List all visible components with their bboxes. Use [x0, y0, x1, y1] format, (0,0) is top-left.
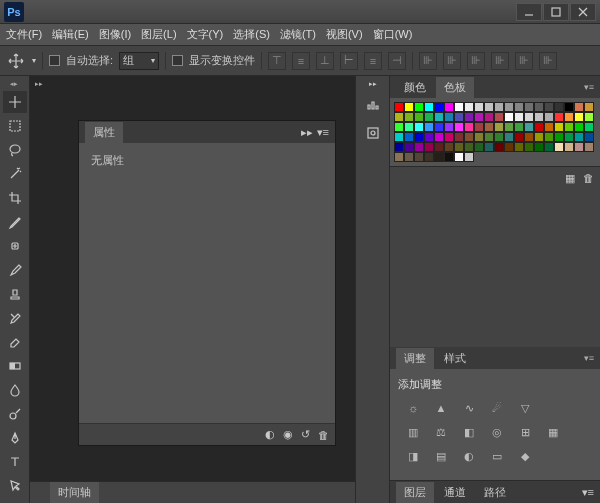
- swatch[interactable]: [454, 112, 464, 122]
- swatch[interactable]: [424, 152, 434, 162]
- swatch[interactable]: [474, 122, 484, 132]
- swatch[interactable]: [564, 102, 574, 112]
- swatch[interactable]: [534, 102, 544, 112]
- swatch[interactable]: [504, 142, 514, 152]
- delete-swatch-icon[interactable]: 🗑: [583, 172, 594, 184]
- swatch[interactable]: [454, 132, 464, 142]
- swatch[interactable]: [444, 122, 454, 132]
- swatch[interactable]: [584, 122, 594, 132]
- swatch[interactable]: [444, 132, 454, 142]
- selective-color-icon[interactable]: ◆: [516, 448, 534, 464]
- menu-file[interactable]: 文件(F): [6, 27, 42, 42]
- layers-menu-icon[interactable]: ▾≡: [582, 486, 594, 499]
- auto-select-checkbox[interactable]: [49, 55, 60, 66]
- menu-image[interactable]: 图像(I): [99, 27, 131, 42]
- lasso-tool[interactable]: [3, 139, 27, 161]
- healing-tool[interactable]: [3, 235, 27, 257]
- swatch[interactable]: [404, 132, 414, 142]
- align-hcenter-icon[interactable]: ≡: [364, 52, 382, 70]
- swatch[interactable]: [394, 122, 404, 132]
- swatch[interactable]: [464, 112, 474, 122]
- invert-icon[interactable]: ◨: [404, 448, 422, 464]
- pen-tool[interactable]: [3, 427, 27, 449]
- swatch[interactable]: [544, 102, 554, 112]
- swatch[interactable]: [454, 152, 464, 162]
- bw-icon[interactable]: ◧: [460, 424, 478, 440]
- swatch[interactable]: [574, 142, 584, 152]
- marquee-tool[interactable]: [3, 115, 27, 137]
- swatch[interactable]: [454, 142, 464, 152]
- menu-type[interactable]: 文字(Y): [187, 27, 224, 42]
- paths-tab[interactable]: 路径: [476, 482, 514, 503]
- swatch[interactable]: [504, 122, 514, 132]
- wand-tool[interactable]: [3, 163, 27, 185]
- swatch[interactable]: [474, 142, 484, 152]
- swatch[interactable]: [554, 122, 564, 132]
- swatch[interactable]: [464, 132, 474, 142]
- swatch[interactable]: [504, 132, 514, 142]
- swatches-tab[interactable]: 色板: [436, 77, 474, 98]
- swatch[interactable]: [524, 102, 534, 112]
- swatch[interactable]: [534, 122, 544, 132]
- swatch[interactable]: [584, 132, 594, 142]
- distribute-4-icon[interactable]: ⊪: [491, 52, 509, 70]
- swatch[interactable]: [534, 112, 544, 122]
- menu-select[interactable]: 选择(S): [233, 27, 270, 42]
- swatch[interactable]: [424, 142, 434, 152]
- swatch[interactable]: [394, 132, 404, 142]
- swatch[interactable]: [544, 132, 554, 142]
- swatch[interactable]: [444, 152, 454, 162]
- swatch[interactable]: [524, 112, 534, 122]
- swatch[interactable]: [444, 102, 454, 112]
- properties-tab[interactable]: 属性: [85, 122, 123, 143]
- swatch[interactable]: [574, 112, 584, 122]
- swatch[interactable]: [394, 142, 404, 152]
- histogram-icon[interactable]: [361, 94, 385, 116]
- swatch[interactable]: [494, 112, 504, 122]
- history-brush-tool[interactable]: [3, 307, 27, 329]
- styles-tab[interactable]: 样式: [436, 348, 474, 369]
- channel-mixer-icon[interactable]: ⊞: [516, 424, 534, 440]
- swatch[interactable]: [404, 152, 414, 162]
- minimize-button[interactable]: [516, 3, 542, 21]
- channels-tab[interactable]: 通道: [436, 482, 474, 503]
- swatch[interactable]: [434, 122, 444, 132]
- crop-tool[interactable]: [3, 187, 27, 209]
- color-panel-menu-icon[interactable]: ▾≡: [584, 82, 594, 92]
- swatch[interactable]: [434, 132, 444, 142]
- swatch[interactable]: [434, 142, 444, 152]
- color-tab[interactable]: 颜色: [396, 77, 434, 98]
- swatch[interactable]: [444, 112, 454, 122]
- menu-layer[interactable]: 图层(L): [141, 27, 176, 42]
- swatch[interactable]: [574, 132, 584, 142]
- color-balance-icon[interactable]: ⚖: [432, 424, 450, 440]
- path-select-tool[interactable]: [3, 475, 27, 497]
- swatch[interactable]: [544, 122, 554, 132]
- swatch[interactable]: [484, 132, 494, 142]
- swatch[interactable]: [584, 142, 594, 152]
- show-transform-checkbox[interactable]: [172, 55, 183, 66]
- swatch[interactable]: [544, 112, 554, 122]
- swatch[interactable]: [474, 102, 484, 112]
- posterize-icon[interactable]: ▤: [432, 448, 450, 464]
- swatch[interactable]: [434, 102, 444, 112]
- swatch[interactable]: [584, 112, 594, 122]
- swatch[interactable]: [404, 142, 414, 152]
- swatch[interactable]: [424, 132, 434, 142]
- align-vcenter-icon[interactable]: ≡: [292, 52, 310, 70]
- swatch[interactable]: [414, 112, 424, 122]
- brush-tool[interactable]: [3, 259, 27, 281]
- distribute-1-icon[interactable]: ⊪: [419, 52, 437, 70]
- align-right-icon[interactable]: ⊣: [388, 52, 406, 70]
- swatch[interactable]: [534, 142, 544, 152]
- brightness-icon[interactable]: ☼: [404, 400, 422, 416]
- swatch[interactable]: [514, 102, 524, 112]
- swatch[interactable]: [524, 132, 534, 142]
- swatch[interactable]: [484, 112, 494, 122]
- menu-edit[interactable]: 编辑(E): [52, 27, 89, 42]
- eraser-tool[interactable]: [3, 331, 27, 353]
- distribute-2-icon[interactable]: ⊪: [443, 52, 461, 70]
- prop-clip-icon[interactable]: ◐: [265, 428, 275, 441]
- swatch[interactable]: [424, 102, 434, 112]
- prop-reset-icon[interactable]: ↺: [301, 428, 310, 441]
